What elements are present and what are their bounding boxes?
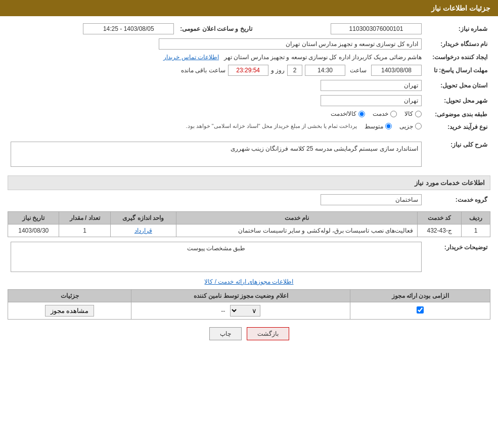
- deadline-label: مهلت ارسال پاسخ: تا: [425, 63, 490, 78]
- requester-value: هاشم رضائی مریک کاربرداز اداره کل نوسازی…: [8, 52, 425, 63]
- category-radio-group: کالا خدمت کالا/خدمت: [331, 110, 422, 117]
- service-group-label: گروه خدمت:: [425, 192, 490, 207]
- days-label: روز و: [271, 67, 285, 74]
- category-kala-label: کالا: [404, 110, 413, 117]
- purchase-jozei-label: جزیی: [399, 123, 413, 130]
- page-header: جزئیات اطلاعات نیاز: [0, 0, 498, 16]
- service-group-row: گروه خدمت: ساختمان: [8, 192, 490, 207]
- table-row: 1 ج-43-432 فعالیت‌های نصب تاسیسات برق، ل…: [8, 225, 490, 237]
- city-box: تهران: [321, 95, 422, 106]
- buyer-org-value: اداره کل توسازی توسعه و تجهیز مدارس استا…: [8, 36, 425, 52]
- category-label: طبقه بندی موضوعی:: [425, 108, 490, 121]
- time-label: ساعت: [350, 67, 367, 74]
- remaining-label: ساعت باقی مانده: [181, 67, 225, 74]
- province-row: استان محل تحویل: تهران: [8, 78, 490, 93]
- description-value: استاندارد سازی سیستم گرمایشی مدرسه 25 کل…: [8, 137, 425, 171]
- license-view-button[interactable]: مشاهده مجوز: [45, 305, 95, 317]
- page-wrapper: جزئیات اطلاعات نیاز شماره نیاز: 11030030…: [0, 0, 498, 448]
- category-kala-khedmat-label: کالا/خدمت: [331, 110, 356, 117]
- deadline-days-box: 2: [287, 65, 302, 76]
- col-unit: واحد اندازه گیری: [110, 212, 176, 225]
- city-row: شهر محل تحویل: تهران: [8, 93, 490, 108]
- requester-row: ایجاد کننده درخواست: هاشم رضائی مریک کار…: [8, 52, 490, 63]
- comments-table: توضیحات خریدار: طبق مشخصات پیوست: [8, 240, 490, 274]
- license-status-dash: --: [221, 307, 225, 315]
- row-unit: قرارداد: [110, 225, 176, 237]
- row-service-name: فعالیت‌های نصب تاسیسات برق، لوله‌کشی و س…: [176, 225, 417, 237]
- need-number-label: شماره نیاز:: [425, 21, 490, 36]
- buyer-org-box: اداره کل توسازی توسعه و تجهیز مدارس استا…: [159, 38, 422, 50]
- license-header-row: الزامی بودن ارائه مجوز اعلام وضعیت مجوز …: [8, 290, 490, 302]
- category-kala-radio[interactable]: [415, 111, 422, 117]
- city-value: تهران: [8, 93, 425, 108]
- purchase-motavaset-label: متوسط: [365, 123, 383, 130]
- deadline-date-box: 1403/08/08: [371, 65, 422, 76]
- purchase-note: پرداخت تمام یا بخشی از مبلغ خریداز محل "…: [186, 123, 357, 129]
- row-date: 1403/08/30: [8, 225, 59, 237]
- license-col-status: اعلام وضعیت مجوز توسط نامین کننده: [131, 290, 350, 302]
- purchase-jozei-radio[interactable]: [415, 123, 422, 129]
- buyer-org-row: نام دستگاه خریدار: اداره کل توسازی توسعه…: [8, 36, 490, 52]
- requester-text: هاشم رضائی مریک کاربرداز اداره کل نوسازی…: [224, 54, 422, 61]
- purchase-motavaset-radio[interactable]: [385, 123, 392, 129]
- purchase-jozei-item: جزیی: [399, 123, 422, 130]
- services-table-header: ردیف کد خدمت نام خدمت واحد اندازه گیری ت…: [8, 212, 490, 225]
- purchase-type-label: نوع فرآیند خرید:: [425, 121, 490, 133]
- row-code: ج-43-432: [418, 225, 462, 237]
- license-required-cell: [350, 302, 490, 320]
- province-value: تهران: [8, 78, 425, 93]
- announce-date-label: تاریخ و ساعت اعلان عمومی:: [177, 21, 255, 36]
- print-button[interactable]: چاپ: [209, 327, 242, 340]
- category-row: طبقه بندی موضوعی: کالا خدمت: [8, 108, 490, 121]
- category-options: کالا خدمت کالا/خدمت: [8, 108, 425, 121]
- comments-label: توضیحات خریدار:: [425, 240, 490, 274]
- license-section-link[interactable]: اطلاعات مجوزهای ارائه خدمت / کالا: [8, 278, 490, 285]
- province-box: تهران: [321, 80, 422, 91]
- description-label: شرح کلی نیاز:: [425, 137, 490, 171]
- comments-value: طبق مشخصات پیوست: [8, 240, 425, 274]
- row-qty: 1: [59, 225, 110, 237]
- back-button[interactable]: بازگشت: [247, 327, 289, 340]
- city-label: شهر محل تحویل:: [425, 93, 490, 108]
- category-khedmat-item: خدمت: [373, 110, 397, 117]
- license-table: الزامی بودن ارائه مجوز اعلام وضعیت مجوز …: [8, 289, 490, 320]
- announce-date-box: 1403/08/05 - 14:25: [83, 23, 174, 34]
- purchase-type-options: جزیی متوسط پرداخت تمام یا بخشی از مبلغ خ…: [8, 121, 425, 133]
- purchase-radio-group: جزیی متوسط پرداخت تمام یا بخشی از مبلغ خ…: [186, 123, 422, 130]
- countdown-row: 1403/08/08 ساعت 14:30 2 روز و 23:29:54 س…: [11, 65, 422, 76]
- category-kala-khedmat-radio[interactable]: [358, 111, 365, 117]
- col-name: نام خدمت: [176, 212, 417, 225]
- license-status-dropdown[interactable]: ∨: [230, 305, 260, 317]
- purchase-type-row: نوع فرآیند خرید: جزیی متوسط پرداخت تمام …: [8, 121, 490, 133]
- deadline-value: 1403/08/08 ساعت 14:30 2 روز و 23:29:54 س…: [8, 63, 425, 78]
- row-num: 1: [462, 225, 490, 237]
- page-title: جزئیات اطلاعات نیاز: [431, 4, 490, 12]
- description-box: استاندارد سازی سیستم گرمایشی مدرسه 25 کل…: [11, 142, 422, 167]
- services-section-header: اطلاعات خدمات مورد نیاز: [8, 175, 490, 190]
- main-content: شماره نیاز: 1103003076000101 تاریخ و ساع…: [0, 16, 498, 353]
- province-label: استان محل تحویل:: [425, 78, 490, 93]
- license-status-cell: ∨ --: [131, 302, 350, 320]
- button-group: بازگشت چاپ: [8, 327, 490, 340]
- category-kala-khedmat-item: کالا/خدمت: [331, 110, 365, 117]
- category-kala-item: کالا: [404, 110, 422, 117]
- need-number-box: 1103003076000101: [331, 23, 422, 34]
- requester-link[interactable]: اطلاعات تماس خریدار: [163, 54, 219, 61]
- service-group-box: ساختمان: [321, 194, 422, 205]
- announce-date-value: 1403/08/05 - 14:25: [8, 21, 177, 36]
- service-group-table: گروه خدمت: ساختمان: [8, 192, 490, 207]
- license-details-cell: مشاهده مجوز: [8, 302, 131, 320]
- license-required-checkbox[interactable]: [417, 306, 424, 313]
- license-col-details: جزئیات: [8, 290, 131, 302]
- col-qty: تعداد / مقدار: [59, 212, 110, 225]
- services-table: ردیف کد خدمت نام خدمت واحد اندازه گیری ت…: [8, 211, 490, 237]
- requester-label: ایجاد کننده درخواست:: [425, 52, 490, 63]
- deadline-time-box: 14:30: [305, 65, 345, 76]
- category-khedmat-label: خدمت: [373, 110, 388, 117]
- col-date: تاریخ نیاز: [8, 212, 59, 225]
- info-table: شماره نیاز: 1103003076000101 تاریخ و ساع…: [8, 21, 490, 133]
- category-khedmat-radio[interactable]: [390, 111, 397, 117]
- service-group-value: ساختمان: [8, 192, 425, 207]
- comments-box: طبق مشخصات پیوست: [11, 242, 422, 272]
- deadline-countdown-box: 23:29:54: [228, 65, 268, 76]
